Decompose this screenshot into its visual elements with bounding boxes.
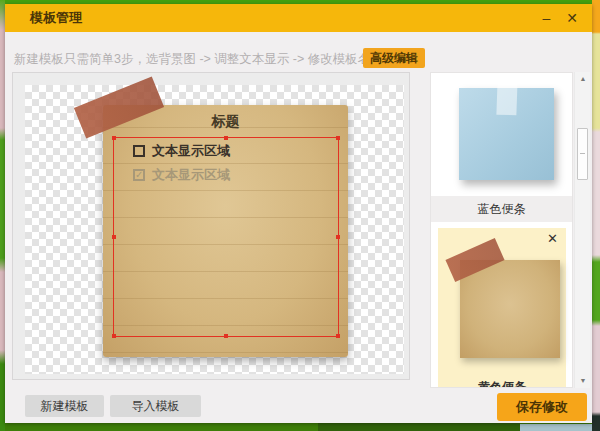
desktop-edge-bottom-texture [318,423,520,431]
scrollbar-thumb[interactable] [577,128,588,180]
template-list-scrollbar[interactable]: ▲ ▼ [574,72,590,388]
template-canvas: 标题 文本显示区域 [12,72,410,380]
text-area-label: 文本显示区域 [152,142,230,160]
advanced-edit-button[interactable]: 高级编辑 [363,48,425,68]
scroll-up-icon[interactable]: ▲ [575,75,591,82]
note-title: 标题 [103,113,348,131]
new-template-button[interactable]: 新建模板 [25,395,104,417]
dialog-title: 模板管理 [30,4,82,32]
desktop-edge-right [592,0,600,431]
template-item-blue-note[interactable] [431,73,572,196]
yellow-note-thumbnail [460,260,560,358]
template-name: 蓝色便条 [431,196,572,222]
remove-template-icon[interactable]: ✕ [547,231,558,246]
text-area-row: ✓ 文本显示区域 [133,167,230,183]
selection-handle[interactable] [112,235,116,239]
tape-decoration [496,79,517,116]
selection-handle[interactable] [336,334,340,338]
tape-decoration [445,238,504,282]
selection-handle[interactable] [224,334,228,338]
selection-handle[interactable] [336,136,340,140]
selection-handle[interactable] [224,136,228,140]
template-name: 黄色便条 [438,379,566,388]
titlebar[interactable]: 模板管理 – ✕ [5,4,592,32]
close-icon[interactable]: ✕ [566,4,578,32]
note-template-preview[interactable]: 标题 文本显示区域 [103,105,348,357]
template-list: 蓝色便条 ✕ 黄色便条 [430,72,573,388]
checkbox-unchecked-icon[interactable] [133,145,145,157]
text-area-row: 文本显示区域 [133,143,230,159]
minimize-icon[interactable]: – [542,4,550,32]
scroll-down-icon[interactable]: ▼ [575,377,591,384]
text-area-label: 文本显示区域 [152,166,230,184]
instruction-text: 新建模板只需简单3步，选背景图 -> 调整文本显示 -> 修改模板名 [14,51,370,68]
window-controls: – ✕ [542,4,578,32]
selection-handle[interactable] [112,136,116,140]
transparency-checkerboard[interactable]: 标题 文本显示区域 [25,85,404,374]
save-changes-button[interactable]: 保存修改 [497,393,587,421]
checkbox-checked-icon[interactable]: ✓ [133,169,145,181]
scrollbar-grip [580,153,585,154]
screen: 模板管理 – ✕ 新建模板只需简单3步，选背景图 -> 调整文本显示 -> 修改… [0,0,600,431]
selection-handle[interactable] [336,235,340,239]
template-item-yellow-note[interactable]: ✕ 黄色便条 [438,228,566,388]
desktop-edge-bottom-teal [520,424,600,431]
import-template-button[interactable]: 导入模板 [110,395,201,417]
blue-note-thumbnail [459,88,554,180]
template-manager-dialog: 模板管理 – ✕ 新建模板只需简单3步，选背景图 -> 调整文本显示 -> 修改… [5,4,592,423]
selection-handle[interactable] [112,334,116,338]
